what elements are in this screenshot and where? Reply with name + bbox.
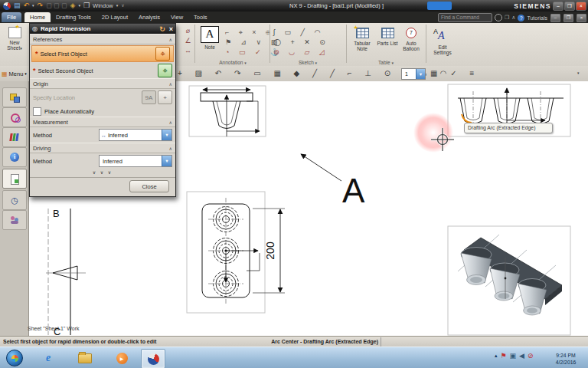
rapid-dimension-dialog: ◎ Rapid Dimension ↻ × References∧ * Sele… [29,23,176,197]
dialog-close-button[interactable]: Close [129,180,169,192]
sketch-icon-grid[interactable]: ʃ ▭ ╱ ◠ ◯ + ✕ ⊙ ⊚ ◡ ▱ ◿ [273,28,329,58]
scale-combo-arrow-icon[interactable]: ▼ [416,69,425,79]
roles-icon [10,215,19,225]
taskbar-explorer-button[interactable] [74,349,96,367]
gear-icon[interactable]: ◎ [32,25,38,32]
measurement-method-dropdown[interactable]: ↔ Inferred ▼ [99,129,172,141]
origin-section-header[interactable]: Origin∧ [30,78,175,89]
chevron-down-icon[interactable]: ▼ [162,156,172,166]
annotation-group-label[interactable]: Annotation ▾ [196,60,270,65]
save-button[interactable]: ▤ [14,0,21,12]
auto-balloon-button[interactable]: 7 Auto Balloon [399,28,423,52]
roles-tab[interactable] [2,210,27,230]
menu-button[interactable]: ▦ Menu ▾ [2,68,27,79]
tab-home[interactable]: Home [24,12,51,22]
driving-method-dropdown[interactable]: Inferred ▼ [99,155,172,167]
tab-drafting-tools[interactable]: Drafting Tools [51,12,96,22]
window-menu-dropdown-icon[interactable]: ▾ [116,0,119,12]
qat-customize-button[interactable]: ∨ [121,0,124,12]
tutorials-link[interactable]: Tutorials [527,15,547,21]
window-menu-button[interactable]: Window [93,0,113,12]
chevron-up-icon: ∧ [169,146,172,151]
history-tab[interactable]: ◷ [2,190,27,210]
start-button[interactable] [6,350,23,366]
dimension-icon-2[interactable]: ∠ [185,36,191,46]
clipboard-buttons[interactable]: ◻ ◻ ◻ [46,0,67,12]
assembly-navigator-tab[interactable] [2,87,27,107]
note-button[interactable]: A Note [198,26,222,50]
new-sheet-star-icon: ★ [15,24,20,30]
help-icon[interactable]: ? [518,15,524,21]
doc-minimize-button[interactable]: – [550,14,560,22]
place-automatically-checkbox[interactable] [33,107,41,116]
notification-icon[interactable]: ⊘ [528,352,534,360]
part-navigator-tab[interactable] [2,169,27,189]
table-group-label[interactable]: Table ▾ [349,60,423,65]
dialog-reset-icon[interactable]: ↻ [159,25,165,33]
sketch-icons-row-2: ◯ + ✕ ⊙ [273,38,329,48]
new-sheet-button[interactable]: ★ New Sheet▾ [2,27,28,51]
scale-combo[interactable]: 1 ▼ [401,68,426,80]
references-section-header[interactable]: References∧ [30,34,175,44]
dialog-expand-button[interactable]: ∨ ∨ ∨ [30,169,175,177]
annotation-placement-button[interactable]: 9A [142,90,156,104]
windows-flag-icon [11,354,18,362]
driving-section-header[interactable]: Driving∧ [30,143,175,153]
find-command-input[interactable]: Find a Command [438,13,492,22]
parts-list-button[interactable]: Parts List [377,28,398,46]
place-automatically-row[interactable]: Place Automatically [30,106,175,117]
dialog-title-bar[interactable]: ◎ Rapid Dimension ↻ × [30,24,175,34]
select-second-target-icon[interactable]: ⌖ [158,64,172,77]
close-button[interactable]: × [576,2,586,11]
restore-button[interactable]: ❐ [564,2,575,11]
title-bar: ▤ ↶ ▾ ↷ ◻ ◻ ◻ ◈ ▾ ❒ Window ▾ ∨ NX 9 - Dr… [0,0,588,12]
window-menu-icon: ❒ [83,0,90,12]
taskbar-clock[interactable]: 9:24 PM 4/2/2016 [547,352,585,366]
measurement-section-header[interactable]: Measurement∧ [30,117,175,127]
select-second-object-row[interactable]: * Select Second Object ⌖ [30,63,175,78]
network-icon[interactable]: ▣ [510,352,517,360]
command-finder-icon[interactable]: ❐ [505,15,509,21]
tab-file[interactable]: File [2,12,21,22]
part-navigator-icon [10,174,19,183]
redo-button[interactable]: ↷ [38,0,44,12]
select-first-object-row[interactable]: * Select First Object ⌖ [31,45,174,62]
dimension-icon-1[interactable]: ⌀ [185,26,191,36]
origin-tool-button[interactable]: + [158,90,172,104]
undo-dropdown-icon[interactable]: ▾ [32,0,34,12]
tab-2d-layout[interactable]: 2D Layout [96,12,133,22]
search-icon[interactable] [495,14,502,21]
action-center-icon[interactable]: ⚑ [501,352,507,360]
view-toolbar-icons[interactable]: ▦ ✓ ≡ [430,69,479,77]
toolbar-overflow-icon[interactable]: ▾ [577,71,580,75]
taskbar-media-player-button[interactable]: ▶ [110,349,133,367]
edit-settings-button[interactable]: A A Edit Settings [429,28,456,56]
tabular-note-button[interactable]: ★ Tabular Note [349,28,375,52]
minimize-ribbon-icon[interactable]: ∧ [511,15,515,21]
select-first-target-icon[interactable]: ⌖ [155,47,170,61]
tab-analysis[interactable]: Analysis [133,12,165,22]
taskbar-ie-button[interactable]: e [37,349,60,367]
undo-button[interactable]: ↶ [24,0,30,12]
tab-view[interactable]: View [165,12,188,22]
dialog-close-icon[interactable]: × [169,25,173,33]
tab-tools[interactable]: Tools [188,12,213,22]
sheet-status-label: Sheet "Sheet 1" Work [28,326,80,331]
dimension-icon-3[interactable]: ↔ [185,46,191,56]
status-bar: Select first object for rapid dimension … [0,336,588,347]
tray-expand-icon[interactable]: ▴ [495,353,498,359]
reuse-library-tab[interactable] [2,127,27,147]
taskbar-nx-button[interactable] [141,349,165,368]
doc-restore-button[interactable]: ❐ [564,14,573,22]
chevron-up-icon: ∧ [169,81,172,87]
hd3d-tools-tab[interactable]: i [2,147,27,167]
minimize-button[interactable]: – [553,2,564,11]
sketch-group-label[interactable]: Sketch ▾ [271,60,345,65]
doc-close-button[interactable]: × [577,14,586,22]
volume-icon[interactable]: ◀ [519,352,524,360]
repeat-command-button[interactable]: ◈ [70,0,76,12]
constraint-navigator-tab[interactable] [2,107,27,127]
clock-date: 4/2/2016 [547,359,585,366]
chevron-down-icon[interactable]: ▼ [162,130,172,140]
repeat-dropdown-icon[interactable]: ▾ [78,0,80,12]
